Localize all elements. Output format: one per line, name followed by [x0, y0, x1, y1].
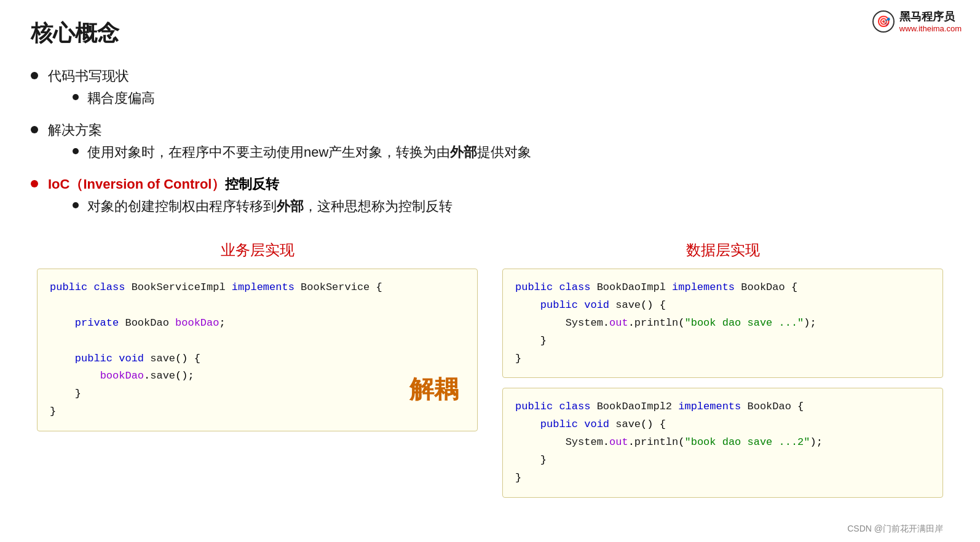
- ioc-bullet: IoC（Inversion of Control）控制反转 对象的创建控制权由程…: [31, 175, 949, 222]
- right-code-block-2: public class BookDaoImpl2 implements Boo…: [502, 388, 943, 497]
- sub-dot-1-1: [73, 94, 79, 100]
- csdn-watermark: CSDN @门前花开满田岸: [847, 524, 943, 535]
- main-bullet-list: 代码书写现状 耦合度偏高 解决方案 使用对象时，在程序中不要主动使用new产生对…: [31, 67, 949, 168]
- bullet-item-2: 解决方案 使用对象时，在程序中不要主动使用new产生对象，转换为由外部提供对象: [31, 121, 949, 168]
- left-code-line-7: }: [50, 385, 465, 403]
- right-column-title: 数据层实现: [502, 240, 943, 260]
- bullet-dot-2: [31, 126, 38, 133]
- sub-text-1-1: 耦合度偏高: [87, 89, 155, 108]
- ioc-dot: [31, 180, 38, 187]
- bullet-item-1: 代码书写现状 耦合度偏高: [31, 67, 949, 114]
- left-code-line-4: [50, 332, 465, 350]
- ioc-suffix: 控制反转: [225, 176, 279, 192]
- left-code-line-5: public void save() {: [50, 350, 465, 368]
- sub-item-2-1: 使用对象时，在程序中不要主动使用new产生对象，转换为由外部提供对象: [73, 143, 531, 162]
- left-code-column: 业务层实现 public class BookServiceImpl imple…: [37, 240, 478, 498]
- sub-list-1: 耦合度偏高: [73, 89, 155, 108]
- bullet-dot-1: [31, 72, 38, 79]
- right-code-2-line-1: public class BookDaoImpl2 implements Boo…: [515, 398, 930, 416]
- left-code-line-3: private BookDao bookDao;: [50, 315, 465, 332]
- sub-text-2-1: 使用对象时，在程序中不要主动使用new产生对象，转换为由外部提供对象: [87, 143, 531, 162]
- code-section: 业务层实现 public class BookServiceImpl imple…: [31, 240, 949, 498]
- ioc-sub-item: 对象的创建控制权由程序转移到外部，这种思想称为控制反转: [73, 197, 452, 216]
- right-code-1-line-4: }: [515, 332, 930, 350]
- bullet-text-2: 解决方案: [48, 122, 102, 138]
- sub-item-1-1: 耦合度偏高: [73, 89, 155, 108]
- right-code-1-line-5: }: [515, 350, 930, 368]
- ioc-sub-dot: [73, 202, 79, 208]
- right-code-2-line-2: public void save() {: [515, 416, 930, 434]
- right-code-block-1: public class BookDaoImpl implements Book…: [502, 269, 943, 378]
- right-code-1-line-2: public void save() {: [515, 297, 930, 315]
- right-code-2-line-3: System.out.println("book dao save ...2")…: [515, 434, 930, 452]
- right-code-blocks: public class BookDaoImpl implements Book…: [502, 269, 943, 498]
- left-code-line-2: [50, 297, 465, 315]
- left-code-line-6: bookDao.save();: [50, 367, 465, 385]
- sub-list-2: 使用对象时，在程序中不要主动使用new产生对象，转换为由外部提供对象: [73, 143, 531, 162]
- right-code-2-line-5: }: [515, 469, 930, 487]
- left-column-title: 业务层实现: [37, 240, 478, 260]
- right-code-1-line-1: public class BookDaoImpl implements Book…: [515, 279, 930, 297]
- bullet-text-1: 代码书写现状: [48, 68, 129, 84]
- page-title: 核心概念: [31, 18, 949, 49]
- left-code-block: public class BookServiceImpl implements …: [37, 269, 478, 431]
- main-container: 核心概念 代码书写现状 耦合度偏高 解决方案: [0, 0, 980, 516]
- ioc-sub-text: 对象的创建控制权由程序转移到外部，这种思想称为控制反转: [87, 197, 452, 216]
- ioc-sub-list: 对象的创建控制权由程序转移到外部，这种思想称为控制反转: [73, 197, 452, 216]
- right-code-1-line-3: System.out.println("book dao save ...");: [515, 315, 930, 332]
- left-code-line-8: }: [50, 403, 465, 421]
- ioc-prefix: IoC（Inversion of Control）: [48, 176, 225, 192]
- right-code-column: 数据层实现 public class BookDaoImpl implement…: [502, 240, 943, 498]
- left-code-line-1: public class BookServiceImpl implements …: [50, 279, 465, 297]
- ioc-line: IoC（Inversion of Control）控制反转: [48, 176, 279, 192]
- sub-dot-2-1: [73, 148, 79, 154]
- decoupling-label: 解耦: [409, 371, 459, 412]
- right-code-2-line-4: }: [515, 452, 930, 469]
